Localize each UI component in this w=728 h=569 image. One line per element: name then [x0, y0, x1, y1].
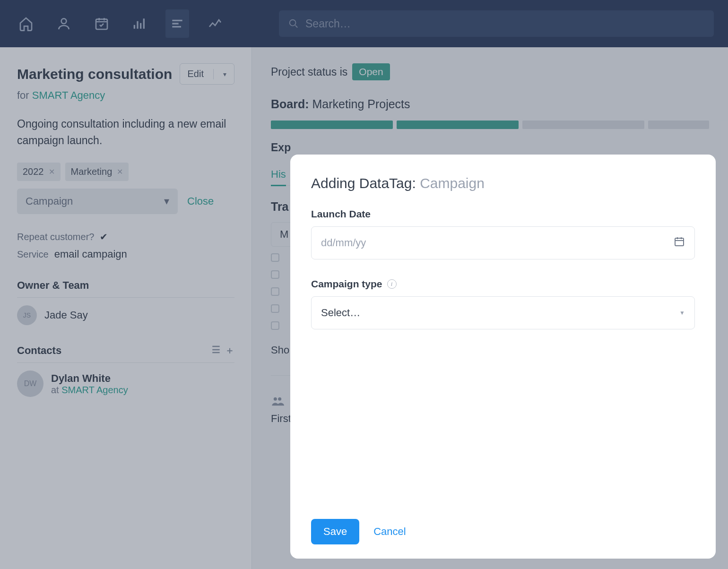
calendar-icon[interactable]	[674, 236, 685, 250]
modal-title: Adding DataTag: Campaign	[311, 175, 695, 191]
launch-date-input[interactable]	[311, 226, 695, 259]
modal-overlay[interactable]: Adding DataTag: Campaign Launch Date Cam…	[0, 0, 728, 569]
save-button[interactable]: Save	[311, 519, 359, 544]
add-datatag-modal: Adding DataTag: Campaign Launch Date Cam…	[290, 155, 716, 559]
select-placeholder: Select…	[321, 307, 360, 319]
campaign-type-select[interactable]: Select… ▼	[311, 296, 695, 329]
launch-date-label: Launch Date	[311, 208, 695, 220]
campaign-type-label: Campaign type i	[311, 278, 695, 290]
caret-down-icon: ▼	[679, 310, 685, 316]
info-icon[interactable]: i	[387, 279, 397, 289]
date-field[interactable]	[321, 237, 674, 249]
modal-title-value: Campaign	[420, 175, 485, 191]
svg-rect-5	[675, 238, 684, 246]
cancel-button[interactable]: Cancel	[373, 526, 406, 538]
